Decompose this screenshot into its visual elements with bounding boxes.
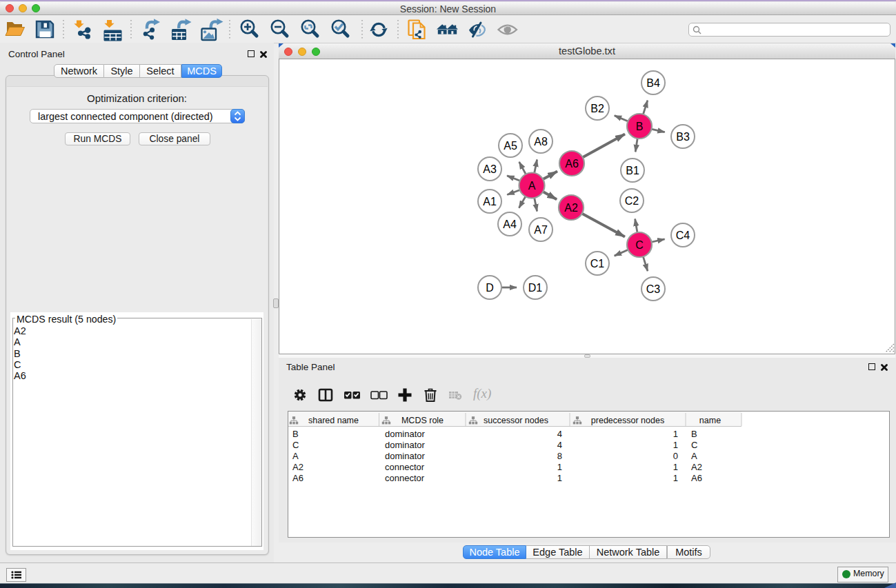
- svg-text:D: D: [486, 282, 494, 294]
- svg-text:B3: B3: [676, 131, 690, 143]
- svg-text:A8: A8: [534, 136, 548, 148]
- svg-text:B: B: [636, 121, 644, 132]
- svg-text:A5: A5: [504, 140, 517, 152]
- svg-text:C1: C1: [590, 258, 605, 270]
- svg-text:A3: A3: [483, 163, 497, 175]
- svg-text:A7: A7: [534, 224, 548, 236]
- svg-text:A: A: [528, 180, 536, 192]
- svg-text:A6: A6: [565, 158, 579, 170]
- svg-text:C: C: [635, 239, 644, 251]
- svg-text:A1: A1: [483, 196, 497, 207]
- svg-text:C4: C4: [676, 230, 690, 241]
- svg-text:B4: B4: [646, 77, 660, 89]
- svg-text:B1: B1: [626, 165, 639, 176]
- svg-text:A4: A4: [503, 219, 517, 230]
- svg-text:B2: B2: [590, 103, 604, 114]
- svg-text:C2: C2: [625, 195, 639, 207]
- svg-text:C3: C3: [646, 283, 661, 295]
- svg-text:D1: D1: [528, 282, 543, 294]
- svg-text:A2: A2: [564, 202, 578, 214]
